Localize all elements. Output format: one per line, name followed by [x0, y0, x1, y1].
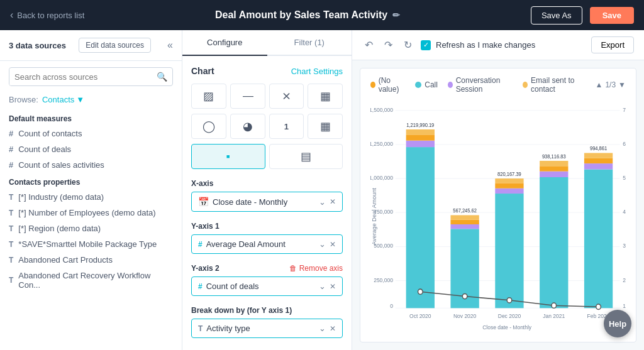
breakdown-section: Break down by (for Y axis 1) T Activity … — [191, 306, 343, 338]
search-input[interactable] — [9, 68, 152, 85]
prop-smarttel[interactable]: T *SAVE*Smarttel Mobile Package Type — [0, 236, 182, 252]
hash-icon: # — [9, 160, 13, 170]
bar-oct-conversation — [406, 141, 435, 147]
type-icon: T — [9, 209, 13, 217]
legend-label: Email sent to contact — [531, 76, 585, 94]
svg-text:820,167.39: 820,167.39 — [497, 172, 521, 177]
prop-region[interactable]: T [*] Region (demo data) — [0, 221, 182, 236]
chart-area-icon[interactable]: ⨯ — [269, 84, 304, 109]
refresh-button[interactable]: ↻ — [401, 36, 414, 53]
y-axis2-dropdown[interactable]: # Count of deals ⌄ ✕ — [191, 276, 343, 296]
chart-title: Chart — [191, 66, 214, 76]
help-button[interactable]: Help — [604, 310, 631, 337]
tab-filter[interactable]: Filter (1) — [267, 30, 352, 56]
bar-nov-email — [450, 215, 479, 219]
y-axis1-dropdown[interactable]: # Average Deal Amount ⌄ ✕ — [191, 234, 343, 254]
type-icon: T — [9, 193, 13, 202]
back-link-label: Back to reports list — [17, 11, 84, 20]
svg-text:Dec 2020: Dec 2020 — [498, 313, 521, 319]
left-panel: 3 data sources Edit data sources « 🔍 Bro… — [0, 30, 182, 350]
chart-area: (No value) Call Conversation Session Ema… — [360, 68, 636, 342]
undo-button[interactable]: ↶ — [362, 36, 375, 53]
chart-pivot-icon[interactable]: ▤ — [269, 144, 343, 169]
remove-axis-button[interactable]: 🗑 Remove axis — [289, 264, 343, 273]
svg-text:250,000: 250,000 — [374, 276, 393, 283]
properties-list: T [*] Industry (demo data) T [*] Number … — [0, 189, 182, 293]
redo-button[interactable]: ↷ — [382, 36, 395, 53]
legend-conversation: Conversation Session — [448, 76, 513, 94]
measure-count-deals[interactable]: # Count of deals — [0, 141, 182, 157]
svg-text:1,000,000: 1,000,000 — [370, 175, 393, 181]
measure-label: Count of deals — [18, 145, 71, 154]
svg-text:100: 100 — [623, 303, 626, 309]
refresh-checkbox[interactable]: ✓ — [421, 40, 431, 50]
legend-no-value: (No value) — [370, 76, 405, 94]
prop-employees[interactable]: T [*] Number of Employees (demo data) — [0, 205, 182, 221]
measure-count-sales[interactable]: # Count of sales activities — [0, 157, 182, 173]
line-point-jan — [552, 303, 557, 308]
pagination-prev-icon[interactable]: ▲ — [596, 80, 603, 89]
type-t-icon: T — [198, 324, 203, 333]
hash-icon: # — [9, 145, 13, 154]
pagination-value: 1/3 — [605, 80, 616, 89]
collapse-icon[interactable]: « — [167, 40, 173, 51]
browse-value[interactable]: Contacts ▼ — [42, 95, 84, 104]
chart-settings-link[interactable]: Chart Settings — [291, 67, 343, 76]
chart-combo-icon[interactable]: ▦ — [308, 84, 343, 109]
save-button[interactable]: Save — [590, 7, 634, 24]
chart-number-icon[interactable]: 1 — [269, 114, 304, 139]
right-toolbar: ↶ ↷ ↻ ✓ Refresh as I make changes Export — [352, 30, 644, 60]
measures-list: # Count of contacts # Count of deals # C… — [0, 126, 182, 173]
type-icon: T — [9, 256, 13, 265]
clear-icon[interactable]: ✕ — [330, 240, 336, 249]
bar-feb-call — [584, 170, 613, 309]
chart-type-row3: ▪ ▤ — [191, 144, 343, 169]
chart-bar-icon[interactable]: ▨ — [191, 84, 226, 109]
svg-text:700: 700 — [623, 106, 626, 112]
edit-data-sources-button[interactable]: Edit data sources — [79, 38, 151, 53]
bar-oct-email — [406, 129, 435, 134]
chart-grouped-bar-icon[interactable]: ▪ — [191, 144, 265, 169]
search-icon[interactable]: 🔍 — [152, 68, 172, 85]
prop-industry[interactable]: T [*] Industry (demo data) — [0, 189, 182, 205]
prop-abandoned-cart-recovery[interactable]: T Abandoned Cart Recovery Workflow Con..… — [0, 268, 182, 293]
svg-text:200: 200 — [623, 276, 626, 283]
bar-jan-novalue — [540, 166, 568, 171]
calendar-icon: 📅 — [198, 197, 209, 207]
x-axis-value: Close date - Monthly — [213, 197, 287, 207]
hash-cyan-icon: # — [198, 282, 203, 291]
tab-configure[interactable]: Configure — [182, 30, 267, 56]
back-link[interactable]: ‹ Back to reports list — [10, 9, 84, 21]
refresh-label: Refresh as I make changes — [436, 40, 535, 50]
contacts-properties-title: Contacts properties — [0, 173, 182, 189]
legend-label: Conversation Session — [456, 76, 513, 94]
edit-title-icon[interactable]: ✏ — [392, 10, 400, 20]
measure-count-contacts[interactable]: # Count of contacts — [0, 126, 182, 141]
breakdown-label: Break down by (for Y axis 1) — [191, 306, 343, 315]
chart-pie-icon[interactable]: ◕ — [230, 114, 265, 139]
save-as-button[interactable]: Save As — [531, 6, 582, 25]
breakdown-dropdown[interactable]: T Activity type ⌄ ✕ — [191, 319, 343, 338]
bar-dec-call — [495, 194, 523, 308]
clear-icon[interactable]: ✕ — [330, 197, 336, 206]
clear-icon[interactable]: ✕ — [330, 282, 336, 291]
chevron-down-icon: ⌄ — [319, 282, 326, 291]
export-button[interactable]: Export — [591, 36, 634, 53]
chart-table-icon[interactable]: ▦ — [308, 114, 343, 139]
browse-row: Browse: Contacts ▼ — [0, 92, 182, 109]
bar-dec-conversation — [495, 189, 523, 194]
pagination-next-icon[interactable]: ▼ — [618, 80, 626, 89]
x-axis-dropdown[interactable]: 📅 Close date - Monthly ⌄ ✕ — [191, 192, 343, 212]
browse-label: Browse: — [9, 95, 38, 104]
prop-abandoned-cart[interactable]: T Abandoned Cart Products — [0, 252, 182, 268]
svg-text:Oct 2020: Oct 2020 — [409, 313, 431, 319]
back-arrow-icon: ‹ — [10, 9, 13, 21]
tabs-row: Configure Filter (1) — [182, 30, 352, 56]
chart-line-icon[interactable]: ⸻ — [230, 84, 265, 109]
y-axis1-section: Y-axis 1 # Average Deal Amount ⌄ ✕ — [191, 222, 343, 254]
prop-label: [*] Industry (demo data) — [18, 192, 104, 202]
svg-text:Close date - Monthly: Close date - Monthly — [482, 324, 531, 330]
chart-donut-icon[interactable]: ◯ — [191, 114, 226, 139]
clear-icon[interactable]: ✕ — [330, 324, 336, 333]
bar-nov-novalue — [450, 220, 479, 224]
